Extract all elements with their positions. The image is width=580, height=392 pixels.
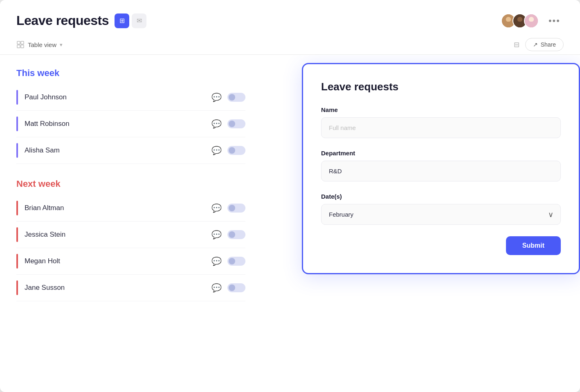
comment-icon[interactable]: 💬 xyxy=(211,203,222,213)
svg-rect-11 xyxy=(17,45,20,48)
row-actions: 💬 xyxy=(211,283,245,293)
modal-footer: Submit xyxy=(321,236,561,255)
svg-point-1 xyxy=(506,17,511,22)
section-title-next-week: Next week xyxy=(16,179,245,189)
comment-icon[interactable]: 💬 xyxy=(211,92,222,102)
dates-label: Date(s) xyxy=(321,193,561,200)
table-list: This week Paul Johnson 💬 Matt Robinson 💬 xyxy=(16,68,245,379)
page-title: Leave requests xyxy=(16,13,109,28)
grid-view-icon[interactable]: ⊞ xyxy=(115,13,129,28)
list-item: Alisha Sam 💬 xyxy=(16,137,245,164)
toolbar-right: ⊟ ↗ Share xyxy=(514,38,564,51)
svg-point-4 xyxy=(517,17,522,22)
next-week-rows: Brian Altman 💬 Jessica Stein 💬 xyxy=(16,195,245,301)
dates-field-group: Date(s) February January March April ∨ xyxy=(321,193,561,225)
list-item: Paul Johnson 💬 xyxy=(16,84,245,111)
row-name: Paul Johnson xyxy=(25,93,211,101)
share-icon: ↗ xyxy=(533,41,538,48)
app-window: Leave requests ⊞ ✉ xyxy=(0,0,580,392)
name-field-group: Name xyxy=(321,106,561,138)
view-label: Table view xyxy=(28,41,56,48)
chevron-down-icon: ▾ xyxy=(60,42,63,48)
section-title-this-week: This week xyxy=(16,68,245,78)
content: This week Paul Johnson 💬 Matt Robinson 💬 xyxy=(0,55,580,392)
dates-select-wrapper: February January March April ∨ xyxy=(321,204,561,225)
toggle-switch[interactable] xyxy=(227,119,245,128)
list-item: Jane Susson 💬 xyxy=(16,275,245,301)
row-accent xyxy=(16,280,18,295)
svg-rect-10 xyxy=(21,41,24,44)
comment-icon[interactable]: 💬 xyxy=(211,230,222,240)
toolbar: Table view ▾ ⊟ ↗ Share xyxy=(0,35,580,55)
list-item: Brian Altman 💬 xyxy=(16,195,245,222)
row-accent xyxy=(16,116,18,131)
submit-button[interactable]: Submit xyxy=(506,236,561,255)
svg-point-7 xyxy=(529,17,534,22)
header: Leave requests ⊞ ✉ xyxy=(0,0,580,35)
row-actions: 💬 xyxy=(211,203,245,213)
comment-icon[interactable]: 💬 xyxy=(211,256,222,266)
row-actions: 💬 xyxy=(211,146,245,155)
this-week-rows: Paul Johnson 💬 Matt Robinson 💬 xyxy=(16,84,245,164)
header-left: Leave requests ⊞ ✉ xyxy=(16,13,146,28)
header-icons: ⊞ ✉ xyxy=(115,13,146,28)
department-field-group: Department xyxy=(321,150,561,181)
row-accent xyxy=(16,254,18,269)
row-accent xyxy=(16,201,18,215)
header-right: ••• xyxy=(501,13,564,28)
share-label: Share xyxy=(541,41,556,48)
table-view-icon xyxy=(16,40,25,49)
toggle-switch[interactable] xyxy=(227,93,245,102)
avatar xyxy=(524,13,539,28)
row-actions: 💬 xyxy=(211,230,245,240)
row-name: Alisha Sam xyxy=(25,146,211,155)
svg-rect-9 xyxy=(17,41,20,44)
toggle-switch[interactable] xyxy=(227,283,245,292)
avatar-image xyxy=(525,13,538,28)
row-name: Jessica Stein xyxy=(25,231,211,239)
toggle-switch[interactable] xyxy=(227,204,245,213)
row-actions: 💬 xyxy=(211,92,245,102)
leave-request-modal: Leave requests Name Department Date(s) F… xyxy=(302,63,580,274)
dates-select[interactable]: February January March April xyxy=(321,204,561,225)
row-name: Jane Susson xyxy=(25,284,211,292)
row-actions: 💬 xyxy=(211,256,245,266)
filter-icon[interactable]: ⊟ xyxy=(514,40,519,49)
comment-icon[interactable]: 💬 xyxy=(211,146,222,155)
row-name: Brian Altman xyxy=(25,204,211,212)
toggle-switch[interactable] xyxy=(227,257,245,266)
mail-icon[interactable]: ✉ xyxy=(132,13,146,28)
row-accent xyxy=(16,227,18,242)
row-name: Matt Robinson xyxy=(25,120,211,128)
name-label: Name xyxy=(321,106,561,113)
list-item: Matt Robinson 💬 xyxy=(16,111,245,137)
avatars xyxy=(501,13,539,28)
department-label: Department xyxy=(321,150,561,157)
modal-title: Leave requests xyxy=(321,81,561,93)
svg-rect-12 xyxy=(21,45,24,48)
row-actions: 💬 xyxy=(211,119,245,129)
comment-icon[interactable]: 💬 xyxy=(211,119,222,129)
toggle-switch[interactable] xyxy=(227,146,245,155)
view-selector[interactable]: Table view ▾ xyxy=(16,40,63,49)
name-input[interactable] xyxy=(321,117,561,138)
row-name: Megan Holt xyxy=(25,257,211,265)
toggle-switch[interactable] xyxy=(227,230,245,239)
more-options-button[interactable]: ••• xyxy=(545,14,564,28)
comment-icon[interactable]: 💬 xyxy=(211,283,222,293)
list-item: Megan Holt 💬 xyxy=(16,248,245,275)
department-input[interactable] xyxy=(321,161,561,181)
row-accent xyxy=(16,143,18,158)
row-accent xyxy=(16,90,18,105)
share-button[interactable]: ↗ Share xyxy=(525,38,564,51)
list-item: Jessica Stein 💬 xyxy=(16,222,245,248)
